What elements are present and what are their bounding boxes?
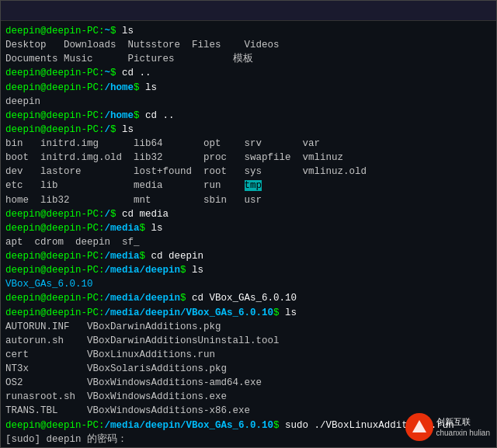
- terminal-line: home lib32 mnt sbin usr: [5, 193, 492, 207]
- terminal-line: autorun.sh VBoxDarwinAdditionsUninstall.…: [5, 334, 492, 348]
- prompt-path: /: [105, 209, 111, 220]
- command-text: cd VBox_GAs_6.0.10: [186, 293, 297, 304]
- terminal-line: cert VBoxLinuxAdditions.run: [5, 348, 492, 362]
- prompt-user: deepin@deepin-PC: [5, 265, 99, 276]
- prompt-user: deepin@deepin-PC: [5, 223, 99, 234]
- command-text: cd deepin: [145, 251, 203, 262]
- prompt-user: deepin@deepin-PC: [5, 293, 99, 304]
- terminal-line: deepin@deepin-PC:~$ ls: [5, 24, 492, 38]
- prompt-user: deepin@deepin-PC: [5, 251, 99, 262]
- prompt-user: deepin@deepin-PC: [5, 82, 99, 93]
- watermark-text: 创新互联chuanxin hulian: [436, 416, 491, 437]
- command-text: ls: [116, 124, 134, 135]
- terminal-line: VBox_GAs_6.0.10: [5, 277, 492, 291]
- command-text: ls: [116, 26, 134, 36]
- prompt-path: /: [105, 124, 111, 135]
- terminal-line: boot initrd.img.old lib32 proc swapfile …: [5, 151, 492, 165]
- terminal-line: bin initrd.img lib64 opt srv var: [5, 137, 492, 151]
- terminal-line: OS2 VBoxWindowsAdditions-amd64.exe: [5, 376, 492, 390]
- terminal-line: AUTORUN.INF VBoxDarwinAdditions.pkg: [5, 320, 492, 334]
- terminal-line: deepin@deepin-PC:/media$ ls: [5, 221, 492, 235]
- terminal-line: deepin@deepin-PC:/media$ cd deepin: [5, 249, 492, 263]
- terminal-line: apt cdrom deepin sf_: [5, 235, 492, 249]
- terminal-line: deepin@deepin-PC:/home$ cd ..: [5, 109, 492, 123]
- prompt-user: deepin@deepin-PC: [5, 209, 99, 220]
- prompt-user: deepin@deepin-PC: [5, 26, 99, 36]
- terminal-window: deepin@deepin-PC:~$ lsDesktop Downloads …: [0, 0, 497, 448]
- terminal-line: deepin@deepin-PC:/media/deepin/VBox_GAs_…: [5, 306, 492, 320]
- terminal-line: Desktop Downloads Nutsstore Files Videos: [5, 38, 492, 52]
- terminal-line: NT3x VBoxSolarisAdditions.pkg: [5, 362, 492, 376]
- prompt-path: /media/deepin: [105, 293, 181, 304]
- terminal-line: Documents Music Pictures 模板: [5, 52, 492, 66]
- prompt-path: ~: [105, 68, 111, 78]
- directory-listing: VBox_GAs_6.0.10: [5, 279, 93, 290]
- command-text: cd media: [116, 209, 169, 220]
- prompt-user: deepin@deepin-PC: [5, 124, 99, 135]
- prompt-path: /home: [105, 82, 134, 93]
- prompt-path: /media/deepin: [105, 265, 181, 276]
- prompt-path: /media/deepin/VBox_GAs_6.0.10: [105, 307, 274, 318]
- prompt-path: /media/deepin/VBox_GAs_6.0.10: [105, 420, 274, 431]
- terminal-line: dev lastore lost+found root sys vmlinuz.…: [5, 165, 492, 179]
- terminal-body[interactable]: deepin@deepin-PC:~$ lsDesktop Downloads …: [1, 21, 496, 447]
- prompt-path: /media: [105, 251, 140, 262]
- terminal-line: deepin@deepin-PC:/$ cd media: [5, 207, 492, 221]
- prompt-path: /home: [105, 110, 134, 121]
- command-text: cd ..: [140, 110, 175, 121]
- terminal-line: deepin@deepin-PC:/media/deepin$ cd VBox_…: [5, 291, 492, 305]
- terminal-line: deepin@deepin-PC:~$ cd ..: [5, 66, 492, 80]
- terminal-line: deepin@deepin-PC:/media/deepin$ ls: [5, 263, 492, 277]
- terminal-line: deepin@deepin-PC:/$ ls: [5, 123, 492, 137]
- terminal-line: Verifying archive integrity... All good.: [5, 446, 492, 447]
- watermark-logo: [405, 413, 433, 441]
- prompt-user: deepin@deepin-PC: [5, 68, 99, 78]
- prompt-user: deepin@deepin-PC: [5, 110, 99, 121]
- terminal-line: deepin: [5, 95, 492, 109]
- title-bar: [1, 1, 496, 21]
- terminal-line: runasroot.sh VBoxWindowsAdditions.exe: [5, 390, 492, 404]
- prompt-path: /media: [105, 223, 140, 234]
- prompt-user: deepin@deepin-PC: [5, 420, 99, 431]
- command-text: ls: [280, 307, 297, 318]
- highlighted-tmp: tmp: [245, 180, 262, 191]
- prompt-path: ~: [105, 26, 111, 36]
- command-text: ls: [145, 223, 163, 234]
- command-text: cd ..: [116, 68, 151, 78]
- watermark: 创新互联chuanxin hulian: [405, 413, 491, 441]
- command-text: ls: [186, 265, 204, 276]
- prompt-user: deepin@deepin-PC: [5, 307, 99, 318]
- terminal-line: deepin@deepin-PC:/home$ ls: [5, 81, 492, 95]
- command-text: ls: [140, 82, 158, 93]
- terminal-line: etc lib media run tmp: [5, 179, 492, 193]
